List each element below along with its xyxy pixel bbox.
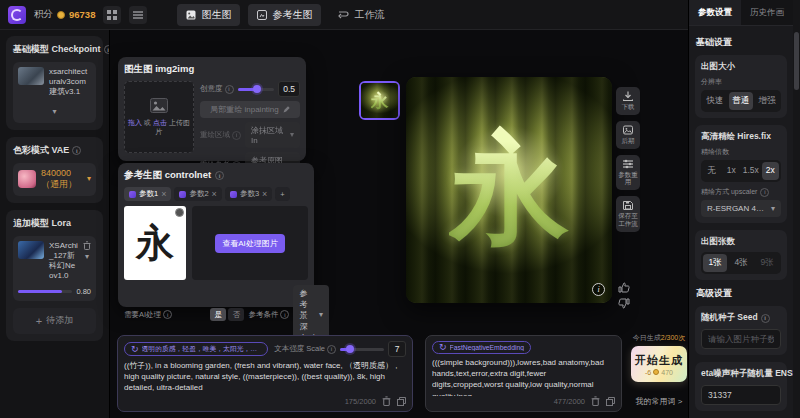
close-icon[interactable]: [212, 190, 217, 199]
info-icon: [760, 188, 769, 197]
negative-tag-text: FastNegativeEmbedding: [450, 344, 524, 351]
no-button[interactable]: 否: [228, 308, 244, 321]
grid-icon[interactable]: [103, 6, 121, 24]
lora-card[interactable]: XSArchi_127新科幻Neov1.0 0.80: [13, 236, 96, 301]
seed-input[interactable]: [701, 329, 781, 349]
generate-label: 开始生成: [635, 353, 683, 368]
chevron-down-icon[interactable]: [52, 107, 56, 116]
vae-card[interactable]: 840000（通用）: [13, 163, 96, 196]
scrollbar-thumb[interactable]: [794, 32, 799, 90]
ref-condition-value: 参考景深 dept: [299, 288, 315, 341]
controlnet-unit-icon: [129, 191, 136, 198]
cfg-scale-group: 文本强度 Scale 7: [274, 341, 406, 357]
post-edit-button[interactable]: 后期: [616, 121, 640, 149]
resolution-label: 分辨率: [701, 77, 781, 87]
option-enhanced[interactable]: 增强: [755, 92, 779, 110]
positive-prompt-input[interactable]: ((竹子)), in a blooming garden, (fresh and…: [124, 360, 406, 396]
expand-icon[interactable]: [606, 397, 615, 406]
add-lora-button[interactable]: 待添加: [13, 308, 96, 334]
close-icon[interactable]: [161, 190, 166, 199]
checkpoint-card[interactable]: xsarchitecturalv3com建筑v3.1: [13, 62, 96, 123]
option-none[interactable]: 无: [703, 162, 721, 180]
menu-icon[interactable]: [129, 6, 147, 24]
ensd-label: eta噪声种子随机量 ENSD: [701, 368, 781, 380]
option-1[interactable]: 1张: [703, 254, 727, 272]
image-info-icon[interactable]: i: [592, 283, 605, 296]
coin-icon: [653, 369, 659, 375]
save-to-workflow-button[interactable]: 保存至工作流: [616, 196, 640, 232]
chevron-down-icon[interactable]: [85, 253, 89, 261]
option-2x[interactable]: 2x: [762, 162, 780, 180]
download-button[interactable]: 下载: [616, 87, 640, 115]
negative-tag-pill[interactable]: FastNegativeEmbedding: [432, 341, 531, 354]
yes-button[interactable]: 是: [210, 308, 226, 321]
lora-weight-slider[interactable]: [18, 290, 72, 293]
image-size-card: 出图大小 分辨率 快速 普通 增强: [695, 55, 787, 118]
inpaint-region-select[interactable]: 涂抹区域 In: [245, 122, 300, 148]
points-badge[interactable]: 积分 96738: [34, 8, 95, 21]
save-icon: [623, 200, 633, 210]
img2img-panel: 图生图 img2img 拖入 或 点击 上传图片 创意度: [118, 57, 306, 161]
tab-workflow[interactable]: 工作流: [329, 4, 393, 26]
page-scrollbar[interactable]: [793, 0, 800, 418]
reuse-params-button[interactable]: 参数重用: [616, 155, 640, 191]
view-ai-processed-button[interactable]: 查看AI处理图片: [215, 234, 285, 253]
controlnet-tab-2[interactable]: 参数2: [174, 187, 221, 201]
params-sidebar-tabs: 参数设置 历史作画: [689, 0, 793, 26]
app-logo-icon[interactable]: [8, 6, 26, 24]
thumbs-up-icon[interactable]: [618, 282, 630, 293]
controlnet-tab-1[interactable]: 参数1: [124, 187, 171, 201]
lora-title: 追加模型 Lora: [13, 217, 96, 230]
reuse-params-label: 参数重用: [618, 171, 638, 187]
trash-icon[interactable]: [591, 396, 600, 406]
download-icon: [623, 91, 633, 101]
info-icon: [163, 310, 172, 319]
trash-icon[interactable]: [83, 241, 91, 250]
upload-or-label: 或: [144, 119, 151, 126]
trash-icon[interactable]: [382, 396, 391, 406]
feedback-buttons: [618, 282, 630, 309]
download-label: 下载: [622, 103, 635, 111]
option-fast[interactable]: 快速: [703, 92, 727, 110]
chevron-down-icon[interactable]: [87, 175, 91, 183]
cfg-scale-slider[interactable]: [340, 348, 384, 351]
inpaint-region-label: 重绘区域: [200, 130, 241, 140]
ensd-input[interactable]: [701, 385, 781, 405]
tab-parameters[interactable]: 参数设置: [689, 0, 741, 25]
controlnet-tab-3[interactable]: 参数3: [225, 187, 272, 201]
option-9[interactable]: 9张: [755, 254, 779, 272]
controlnet-add-tab[interactable]: [275, 187, 289, 201]
creativity-slider[interactable]: [238, 88, 275, 91]
chevron-down-icon: [771, 205, 775, 213]
option-1x[interactable]: 1x: [723, 162, 741, 180]
positive-char-counter: 175/2000: [345, 397, 376, 406]
hires-fix-title: 高清精绘 Hires.fix: [701, 131, 781, 143]
topbar: 积分 96738 图生图 参考生图 工作流: [0, 0, 688, 30]
option-4[interactable]: 4张: [729, 254, 753, 272]
close-icon[interactable]: [262, 190, 267, 199]
inpaint-button[interactable]: 局部重绘 inpainting: [200, 101, 300, 118]
info-icon: [761, 314, 770, 323]
thumbs-down-icon[interactable]: [618, 298, 630, 309]
image-upload-dropzone[interactable]: 拖入 或 点击 上传图片: [124, 81, 194, 153]
controlnet-source-image[interactable]: 永: [124, 206, 186, 280]
tab-ref-gen-label: 参考生图: [272, 8, 312, 22]
negative-prompt-input[interactable]: (((simple background))),lowres,bad anato…: [432, 357, 615, 396]
generate-button[interactable]: 开始生成 -6 470: [631, 346, 687, 382]
positive-tag-pill[interactable]: 透明的质感，轻盈，唯美，太阳光，肖像，杰作，最佳质量: [124, 342, 268, 356]
advanced-settings-title: 高级设置: [696, 287, 787, 300]
favorite-prompts-link[interactable]: 我的常用词 >: [636, 396, 683, 407]
info-icon: [225, 85, 234, 94]
target-icon[interactable]: [175, 208, 184, 217]
tab-img2img[interactable]: 图生图: [177, 4, 240, 26]
tab-history[interactable]: 历史作画: [741, 0, 793, 25]
option-1-5x[interactable]: 1.5x: [742, 162, 760, 180]
inpaint-region-value: 涂抹区域 In: [251, 125, 286, 145]
gallery-thumbnail-selected[interactable]: 永: [359, 81, 400, 120]
tab-ref-gen[interactable]: 参考生图: [248, 4, 321, 26]
option-normal[interactable]: 普通: [729, 92, 753, 110]
generated-image[interactable]: 永 i: [406, 77, 612, 303]
expand-icon[interactable]: [397, 397, 406, 406]
lora-group: 追加模型 Lora XSArchi_127新科幻Neov1.0 0.80 待添加: [6, 210, 103, 341]
upscaler-select[interactable]: R-ESRGAN 4x+ (适合多种风: [701, 200, 781, 217]
